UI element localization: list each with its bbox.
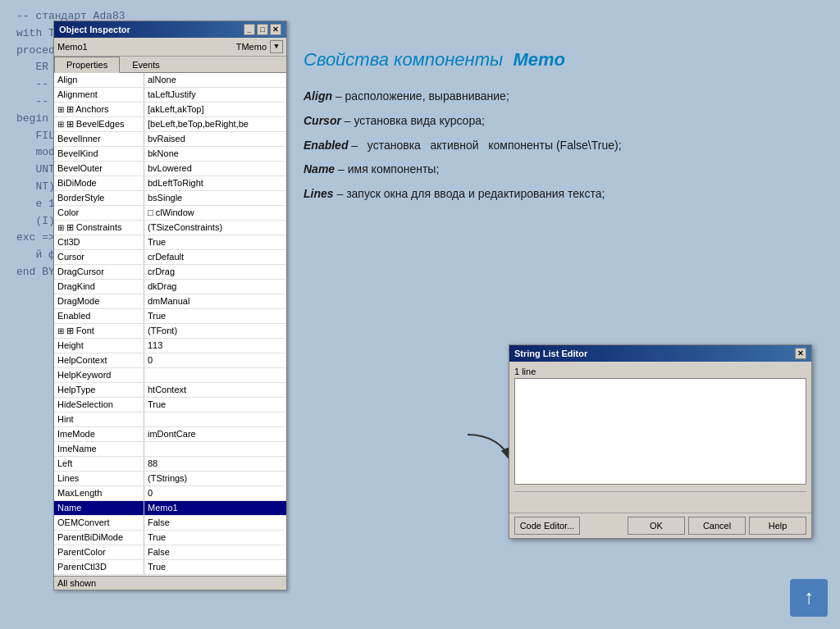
- code-editor-button[interactable]: Code Editor...: [514, 517, 580, 535]
- prop-name: ImeName: [54, 442, 144, 456]
- prop-row[interactable]: ⊞ BevelEdges[beLeft,beTop,beRight,be: [54, 117, 286, 132]
- prop-value: taLeftJustify: [144, 88, 286, 102]
- prop-row[interactable]: BorderStylebsSingle: [54, 191, 286, 206]
- prop-row[interactable]: BevelOuterbvLowered: [54, 162, 286, 176]
- sle-line-count: 1 line: [514, 367, 806, 376]
- string-list-editor-window: String List Editor ✕ 1 line Code Editor.…: [509, 344, 812, 539]
- prop-name: Lines: [54, 472, 144, 485]
- prop-value: bvRaised: [144, 132, 286, 146]
- prop-value: bdLeftToRight: [144, 176, 286, 190]
- prop-row[interactable]: ParentBiDiModeTrue: [54, 531, 286, 545]
- prop-row[interactable]: HelpContext0: [54, 353, 286, 368]
- prop-row[interactable]: BevelKindbkNone: [54, 147, 286, 162]
- cancel-button[interactable]: Cancel: [688, 517, 746, 535]
- prop-value: dkDrag: [144, 280, 286, 294]
- prop-name: Name: [54, 501, 144, 515]
- prop-row[interactable]: DragKinddkDrag: [54, 280, 286, 294]
- prop-row[interactable]: ImeModeimDontCare: [54, 427, 286, 442]
- prop-name: Enabled: [54, 309, 144, 323]
- prop-row[interactable]: DragCursorcrDrag: [54, 265, 286, 280]
- prop-row[interactable]: Left88: [54, 457, 286, 472]
- text-align: – расположение, выравнивание;: [336, 89, 509, 103]
- prop-row[interactable]: ⊞ Constraints(TSizeConstraints): [54, 221, 286, 235]
- help-button[interactable]: Help: [749, 517, 806, 535]
- prop-value: crDefault: [144, 250, 286, 264]
- prop-row[interactable]: ⊞ Anchors[akLeft,akTop]: [54, 103, 286, 117]
- prop-name: Align: [54, 73, 144, 87]
- prop-value: alNone: [144, 73, 286, 87]
- ok-button[interactable]: OK: [628, 517, 685, 535]
- prop-row[interactable]: Ctl3DTrue: [54, 235, 286, 250]
- prop-value: 88: [144, 457, 286, 471]
- prop-value: [akLeft,akTop]: [144, 103, 286, 116]
- prop-value: (TSizeConstraints): [144, 221, 286, 235]
- prop-row[interactable]: HelpKeyword: [54, 368, 286, 383]
- component-dropdown[interactable]: ▼: [270, 40, 283, 53]
- prop-name: ParentColor: [54, 545, 144, 559]
- prop-value: True: [144, 531, 286, 545]
- text-cursor: – установка вида курсора;: [345, 114, 485, 127]
- prop-value: □ clWindow: [144, 206, 286, 220]
- prop-row[interactable]: CursorcrDefault: [54, 250, 286, 265]
- tab-properties[interactable]: Properties: [54, 57, 120, 73]
- prop-name: ⊞ Constraints: [54, 221, 144, 235]
- prop-row[interactable]: NameMemo1: [54, 501, 286, 516]
- prop-name: MaxLength: [54, 486, 144, 500]
- keyword-align: Align: [304, 89, 332, 103]
- prop-name: OEMConvert: [54, 516, 144, 530]
- prop-row[interactable]: MaxLength0: [54, 486, 286, 501]
- prop-value: Memo1: [144, 501, 286, 515]
- prop-row[interactable]: DragModedmManual: [54, 294, 286, 309]
- prop-row[interactable]: Hint: [54, 412, 286, 427]
- prop-value: True: [144, 235, 286, 249]
- prop-name: BevelInner: [54, 132, 144, 146]
- prop-value: 0: [144, 353, 286, 367]
- text-name: – имя компоненты;: [338, 162, 439, 175]
- prop-row[interactable]: EnabledTrue: [54, 309, 286, 324]
- prop-row[interactable]: BiDiModebdLeftToRight: [54, 176, 286, 191]
- prop-row[interactable]: ImeName: [54, 442, 286, 457]
- prop-value: [144, 412, 286, 426]
- prop-name: ParentCtl3D: [54, 560, 144, 574]
- maximize-button[interactable]: □: [257, 24, 268, 35]
- properties-list: AlignalNoneAlignmenttaLeftJustify⊞ Ancho…: [54, 73, 286, 576]
- prop-name: DragMode: [54, 294, 144, 308]
- prop-value: bsSingle: [144, 191, 286, 205]
- sle-titlebar-buttons: ✕: [795, 348, 806, 359]
- prop-row[interactable]: Height113: [54, 339, 286, 353]
- prop-row[interactable]: Lines(TStrings): [54, 472, 286, 486]
- prop-row[interactable]: HelpTypehtContext: [54, 383, 286, 398]
- sle-textarea[interactable]: [514, 378, 806, 485]
- close-button[interactable]: ✕: [270, 24, 281, 35]
- prop-row[interactable]: HideSelectionTrue: [54, 398, 286, 412]
- prop-name: ⊞ BevelEdges: [54, 117, 144, 131]
- prop-row[interactable]: Color□ clWindow: [54, 206, 286, 221]
- minimize-button[interactable]: _: [244, 24, 255, 35]
- sle-close-button[interactable]: ✕: [795, 348, 806, 359]
- prop-row[interactable]: AlignmenttaLeftJustify: [54, 88, 286, 103]
- prop-value: dmManual: [144, 294, 286, 308]
- prop-row[interactable]: ⊞ Font(TFont): [54, 324, 286, 339]
- component-type: TMemo: [236, 42, 267, 52]
- prop-row[interactable]: AlignalNone: [54, 73, 286, 88]
- desc-enabled: Enabled – установка активной компоненты …: [304, 136, 832, 156]
- prop-row[interactable]: ParentColorFalse: [54, 545, 286, 560]
- prop-value: [144, 442, 286, 456]
- prop-value: [144, 368, 286, 382]
- prop-name: ⊞ Font: [54, 324, 144, 338]
- tab-events[interactable]: Events: [120, 57, 172, 72]
- prop-name: HelpType: [54, 383, 144, 397]
- text-lines: – запуск окна для ввода и редактирования…: [336, 187, 605, 200]
- prop-name: BorderStyle: [54, 191, 144, 205]
- desc-align: Align – расположение, выравнивание;: [304, 87, 832, 107]
- prop-row[interactable]: OEMConvertFalse: [54, 516, 286, 531]
- prop-row[interactable]: BevelInnerbvRaised: [54, 132, 286, 147]
- prop-value: imDontCare: [144, 427, 286, 441]
- prop-row[interactable]: ParentCtl3DTrue: [54, 560, 286, 575]
- back-button[interactable]: ↑: [790, 579, 828, 617]
- prop-name: Cursor: [54, 250, 144, 264]
- prop-value: 113: [144, 339, 286, 353]
- titlebar-buttons: _ □ ✕: [244, 24, 281, 35]
- prop-name: DragKind: [54, 280, 144, 294]
- prop-name: Color: [54, 206, 144, 220]
